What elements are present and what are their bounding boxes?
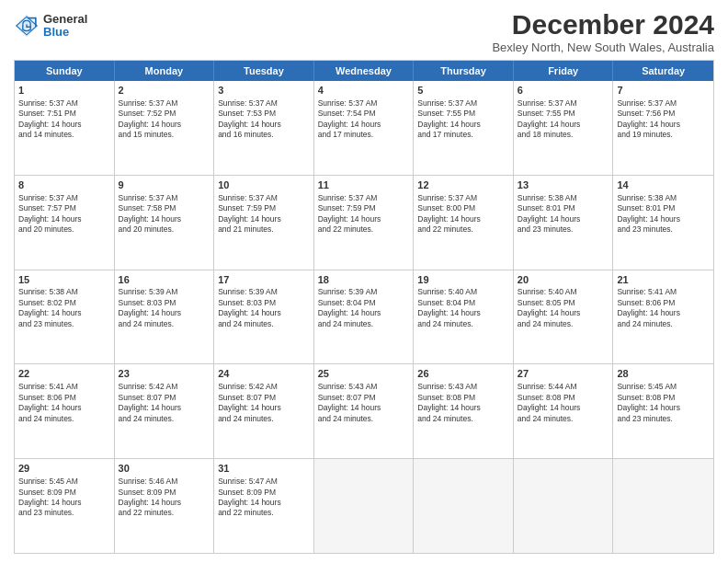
day-info-line: Daylight: 14 hours <box>119 120 210 130</box>
day-cell-8: 8Sunrise: 5:37 AMSunset: 7:57 PMDaylight… <box>15 176 115 270</box>
day-info-line: Daylight: 14 hours <box>318 308 410 318</box>
day-cell-21: 21Sunrise: 5:41 AMSunset: 8:06 PMDayligh… <box>613 270 713 364</box>
day-info-line: Daylight: 14 hours <box>218 120 310 130</box>
day-info-line: Sunrise: 5:41 AM <box>617 287 710 297</box>
day-info-line: Sunset: 8:06 PM <box>18 393 110 403</box>
calendar-body: 1Sunrise: 5:37 AMSunset: 7:51 PMDaylight… <box>15 81 713 553</box>
day-number: 2 <box>119 84 210 98</box>
day-number: 21 <box>617 273 710 287</box>
day-info-line: Daylight: 14 hours <box>18 403 110 413</box>
day-info-line: Daylight: 14 hours <box>318 214 410 224</box>
day-number: 31 <box>218 462 310 476</box>
calendar-week-4: 22Sunrise: 5:41 AMSunset: 8:06 PMDayligh… <box>15 363 713 458</box>
day-info-line: Sunrise: 5:39 AM <box>318 287 410 297</box>
day-number: 17 <box>218 273 310 287</box>
day-info-line: Sunrise: 5:37 AM <box>417 193 509 203</box>
day-info-line: Daylight: 14 hours <box>218 214 310 224</box>
day-info-line: Sunset: 8:09 PM <box>18 488 110 498</box>
day-info-line: Daylight: 14 hours <box>518 308 609 318</box>
logo-blue: Blue <box>43 26 87 39</box>
day-info-line: Daylight: 14 hours <box>617 120 710 130</box>
day-number: 20 <box>518 273 609 287</box>
logo-text: General Blue <box>43 13 87 40</box>
day-number: 19 <box>417 273 509 287</box>
day-info-line: Sunset: 8:00 PM <box>417 203 509 213</box>
day-cell-24: 24Sunrise: 5:42 AMSunset: 8:07 PMDayligh… <box>214 364 314 458</box>
day-info-line: Sunrise: 5:37 AM <box>617 98 710 109</box>
day-cell-23: 23Sunrise: 5:42 AMSunset: 8:07 PMDayligh… <box>115 364 215 458</box>
day-number: 18 <box>318 273 410 287</box>
day-info-line: Sunrise: 5:38 AM <box>18 287 110 297</box>
header-day-monday: Monday <box>115 61 215 81</box>
day-number: 5 <box>417 84 509 98</box>
day-info-line: Sunset: 8:03 PM <box>119 298 210 308</box>
day-info-line: and 24 minutes. <box>518 319 609 329</box>
header-day-friday: Friday <box>514 61 614 81</box>
day-info-line: Sunset: 8:07 PM <box>119 393 210 403</box>
day-info-line: Sunset: 8:01 PM <box>518 203 609 213</box>
day-number: 26 <box>417 367 509 381</box>
day-info-line: and 15 minutes. <box>119 130 210 140</box>
day-info-line: Sunrise: 5:37 AM <box>318 98 410 109</box>
day-number: 30 <box>119 462 210 476</box>
empty-cell <box>613 459 713 553</box>
day-info-line: Sunrise: 5:37 AM <box>417 98 509 109</box>
calendar-week-2: 8Sunrise: 5:37 AMSunset: 7:57 PMDaylight… <box>15 175 713 270</box>
day-info-line: Sunrise: 5:45 AM <box>18 477 110 487</box>
title-section: December 2024 Bexley North, New South Wa… <box>492 9 714 54</box>
calendar-header: SundayMondayTuesdayWednesdayThursdayFrid… <box>15 61 713 81</box>
day-info-line: Daylight: 14 hours <box>417 120 509 130</box>
day-info-line: and 22 minutes. <box>318 224 410 235</box>
day-info-line: Sunrise: 5:46 AM <box>119 477 210 487</box>
day-info-line: Sunrise: 5:38 AM <box>617 193 710 203</box>
day-info-line: and 24 minutes. <box>318 319 410 329</box>
day-cell-26: 26Sunrise: 5:43 AMSunset: 8:08 PMDayligh… <box>414 364 514 458</box>
empty-cell <box>514 459 614 553</box>
day-cell-2: 2Sunrise: 5:37 AMSunset: 7:52 PMDaylight… <box>115 81 215 175</box>
day-info-line: Daylight: 14 hours <box>318 120 410 130</box>
day-info-line: Sunrise: 5:37 AM <box>18 98 110 109</box>
header-day-sunday: Sunday <box>15 61 115 81</box>
day-info-line: Daylight: 14 hours <box>119 498 210 508</box>
header-day-thursday: Thursday <box>414 61 514 81</box>
day-cell-13: 13Sunrise: 5:38 AMSunset: 8:01 PMDayligh… <box>514 176 614 270</box>
day-info-line: Daylight: 14 hours <box>318 403 410 413</box>
day-cell-15: 15Sunrise: 5:38 AMSunset: 8:02 PMDayligh… <box>15 270 115 364</box>
day-info-line: Sunrise: 5:40 AM <box>417 287 509 297</box>
day-info-line: Daylight: 14 hours <box>218 498 310 508</box>
day-info-line: Sunrise: 5:37 AM <box>218 98 310 109</box>
day-info-line: and 21 minutes. <box>218 224 310 235</box>
day-info-line: Daylight: 14 hours <box>518 403 609 413</box>
day-info-line: Sunrise: 5:43 AM <box>417 382 509 392</box>
day-number: 24 <box>218 367 310 381</box>
day-cell-25: 25Sunrise: 5:43 AMSunset: 8:07 PMDayligh… <box>314 364 415 458</box>
day-number: 6 <box>518 84 609 98</box>
day-cell-30: 30Sunrise: 5:46 AMSunset: 8:09 PMDayligh… <box>115 459 215 553</box>
day-info-line: Sunrise: 5:37 AM <box>119 98 210 109</box>
day-cell-17: 17Sunrise: 5:39 AMSunset: 8:03 PMDayligh… <box>214 270 314 364</box>
day-info-line: Sunset: 7:58 PM <box>119 203 210 213</box>
location: Bexley North, New South Wales, Australia <box>492 40 714 54</box>
day-info-line: Daylight: 14 hours <box>417 403 509 413</box>
day-cell-22: 22Sunrise: 5:41 AMSunset: 8:06 PMDayligh… <box>15 364 115 458</box>
month-title: December 2024 <box>492 9 714 40</box>
day-info-line: Sunset: 8:08 PM <box>518 393 609 403</box>
day-cell-3: 3Sunrise: 5:37 AMSunset: 7:53 PMDaylight… <box>214 81 314 175</box>
day-cell-28: 28Sunrise: 5:45 AMSunset: 8:08 PMDayligh… <box>613 364 713 458</box>
day-info-line: Sunrise: 5:45 AM <box>617 382 710 392</box>
day-info-line: Sunset: 8:01 PM <box>617 203 710 213</box>
day-info-line: Sunset: 7:56 PM <box>617 109 710 119</box>
day-info-line: Sunset: 7:53 PM <box>218 109 310 119</box>
day-info-line: Daylight: 14 hours <box>18 120 110 130</box>
day-cell-27: 27Sunrise: 5:44 AMSunset: 8:08 PMDayligh… <box>514 364 614 458</box>
day-info-line: and 24 minutes. <box>417 414 509 424</box>
day-info-line: and 23 minutes. <box>617 414 710 424</box>
calendar-week-5: 29Sunrise: 5:45 AMSunset: 8:09 PMDayligh… <box>15 458 713 553</box>
day-info-line: and 22 minutes. <box>218 508 310 518</box>
day-info-line: and 20 minutes. <box>119 224 210 235</box>
day-number: 12 <box>417 178 509 192</box>
day-info-line: and 18 minutes. <box>518 130 609 140</box>
day-cell-9: 9Sunrise: 5:37 AMSunset: 7:58 PMDaylight… <box>115 176 215 270</box>
day-info-line: and 24 minutes. <box>119 319 210 329</box>
day-info-line: and 24 minutes. <box>218 414 310 424</box>
